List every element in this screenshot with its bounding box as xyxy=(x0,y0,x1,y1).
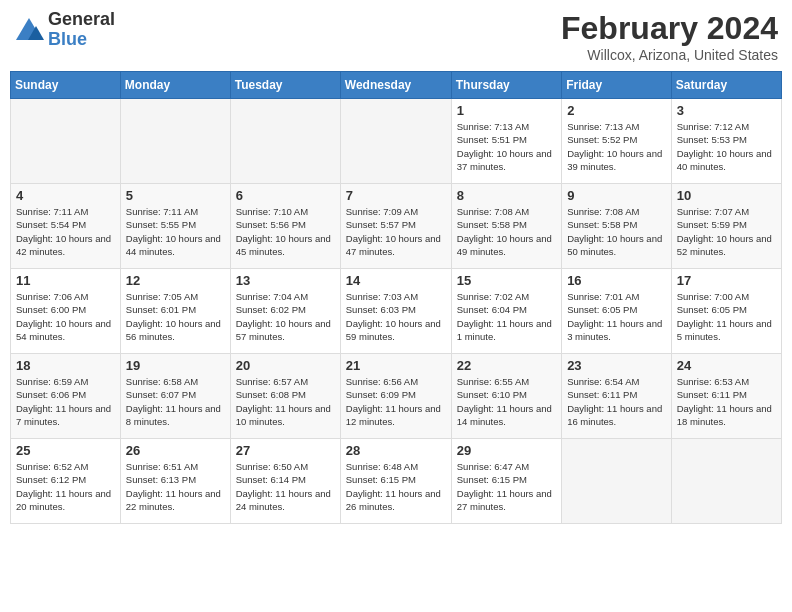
calendar-cell: 13Sunrise: 7:04 AM Sunset: 6:02 PM Dayli… xyxy=(230,269,340,354)
day-info: Sunrise: 7:07 AM Sunset: 5:59 PM Dayligh… xyxy=(677,205,776,258)
day-number: 7 xyxy=(346,188,446,203)
calendar-cell: 16Sunrise: 7:01 AM Sunset: 6:05 PM Dayli… xyxy=(562,269,672,354)
day-number: 4 xyxy=(16,188,115,203)
day-number: 22 xyxy=(457,358,556,373)
day-number: 5 xyxy=(126,188,225,203)
calendar-cell: 4Sunrise: 7:11 AM Sunset: 5:54 PM Daylig… xyxy=(11,184,121,269)
day-number: 29 xyxy=(457,443,556,458)
day-number: 10 xyxy=(677,188,776,203)
day-number: 1 xyxy=(457,103,556,118)
calendar-table: SundayMondayTuesdayWednesdayThursdayFrid… xyxy=(10,71,782,524)
calendar-cell xyxy=(562,439,672,524)
week-row-1: 1Sunrise: 7:13 AM Sunset: 5:51 PM Daylig… xyxy=(11,99,782,184)
calendar-cell: 17Sunrise: 7:00 AM Sunset: 6:05 PM Dayli… xyxy=(671,269,781,354)
calendar-cell: 25Sunrise: 6:52 AM Sunset: 6:12 PM Dayli… xyxy=(11,439,121,524)
calendar-cell: 27Sunrise: 6:50 AM Sunset: 6:14 PM Dayli… xyxy=(230,439,340,524)
day-info: Sunrise: 7:08 AM Sunset: 5:58 PM Dayligh… xyxy=(567,205,666,258)
calendar-cell: 23Sunrise: 6:54 AM Sunset: 6:11 PM Dayli… xyxy=(562,354,672,439)
day-number: 6 xyxy=(236,188,335,203)
day-info: Sunrise: 6:59 AM Sunset: 6:06 PM Dayligh… xyxy=(16,375,115,428)
day-info: Sunrise: 6:55 AM Sunset: 6:10 PM Dayligh… xyxy=(457,375,556,428)
day-info: Sunrise: 6:50 AM Sunset: 6:14 PM Dayligh… xyxy=(236,460,335,513)
calendar-cell: 14Sunrise: 7:03 AM Sunset: 6:03 PM Dayli… xyxy=(340,269,451,354)
day-info: Sunrise: 6:51 AM Sunset: 6:13 PM Dayligh… xyxy=(126,460,225,513)
calendar-cell: 8Sunrise: 7:08 AM Sunset: 5:58 PM Daylig… xyxy=(451,184,561,269)
day-info: Sunrise: 7:03 AM Sunset: 6:03 PM Dayligh… xyxy=(346,290,446,343)
day-info: Sunrise: 7:12 AM Sunset: 5:53 PM Dayligh… xyxy=(677,120,776,173)
week-row-3: 11Sunrise: 7:06 AM Sunset: 6:00 PM Dayli… xyxy=(11,269,782,354)
calendar-cell: 3Sunrise: 7:12 AM Sunset: 5:53 PM Daylig… xyxy=(671,99,781,184)
day-number: 13 xyxy=(236,273,335,288)
calendar-cell: 9Sunrise: 7:08 AM Sunset: 5:58 PM Daylig… xyxy=(562,184,672,269)
calendar-cell: 5Sunrise: 7:11 AM Sunset: 5:55 PM Daylig… xyxy=(120,184,230,269)
day-info: Sunrise: 7:01 AM Sunset: 6:05 PM Dayligh… xyxy=(567,290,666,343)
day-info: Sunrise: 7:11 AM Sunset: 5:55 PM Dayligh… xyxy=(126,205,225,258)
weekday-header-row: SundayMondayTuesdayWednesdayThursdayFrid… xyxy=(11,72,782,99)
weekday-header-tuesday: Tuesday xyxy=(230,72,340,99)
calendar-cell: 19Sunrise: 6:58 AM Sunset: 6:07 PM Dayli… xyxy=(120,354,230,439)
day-info: Sunrise: 7:09 AM Sunset: 5:57 PM Dayligh… xyxy=(346,205,446,258)
day-number: 3 xyxy=(677,103,776,118)
weekday-header-friday: Friday xyxy=(562,72,672,99)
day-info: Sunrise: 7:02 AM Sunset: 6:04 PM Dayligh… xyxy=(457,290,556,343)
week-row-2: 4Sunrise: 7:11 AM Sunset: 5:54 PM Daylig… xyxy=(11,184,782,269)
calendar-cell xyxy=(230,99,340,184)
day-number: 12 xyxy=(126,273,225,288)
day-info: Sunrise: 6:48 AM Sunset: 6:15 PM Dayligh… xyxy=(346,460,446,513)
day-number: 2 xyxy=(567,103,666,118)
day-info: Sunrise: 6:58 AM Sunset: 6:07 PM Dayligh… xyxy=(126,375,225,428)
calendar-cell: 11Sunrise: 7:06 AM Sunset: 6:00 PM Dayli… xyxy=(11,269,121,354)
day-info: Sunrise: 6:57 AM Sunset: 6:08 PM Dayligh… xyxy=(236,375,335,428)
day-number: 19 xyxy=(126,358,225,373)
day-info: Sunrise: 7:10 AM Sunset: 5:56 PM Dayligh… xyxy=(236,205,335,258)
calendar-cell: 2Sunrise: 7:13 AM Sunset: 5:52 PM Daylig… xyxy=(562,99,672,184)
page-header: General Blue February 2024 Willcox, Ariz… xyxy=(10,10,782,63)
day-info: Sunrise: 7:00 AM Sunset: 6:05 PM Dayligh… xyxy=(677,290,776,343)
day-info: Sunrise: 7:06 AM Sunset: 6:00 PM Dayligh… xyxy=(16,290,115,343)
logo-blue-text: Blue xyxy=(48,30,115,50)
day-number: 26 xyxy=(126,443,225,458)
day-number: 27 xyxy=(236,443,335,458)
calendar-cell: 10Sunrise: 7:07 AM Sunset: 5:59 PM Dayli… xyxy=(671,184,781,269)
month-title: February 2024 xyxy=(561,10,778,47)
weekday-header-monday: Monday xyxy=(120,72,230,99)
logo-general-text: General xyxy=(48,10,115,30)
weekday-header-saturday: Saturday xyxy=(671,72,781,99)
day-number: 11 xyxy=(16,273,115,288)
calendar-cell: 28Sunrise: 6:48 AM Sunset: 6:15 PM Dayli… xyxy=(340,439,451,524)
day-number: 25 xyxy=(16,443,115,458)
calendar-cell: 20Sunrise: 6:57 AM Sunset: 6:08 PM Dayli… xyxy=(230,354,340,439)
day-info: Sunrise: 6:56 AM Sunset: 6:09 PM Dayligh… xyxy=(346,375,446,428)
calendar-cell: 18Sunrise: 6:59 AM Sunset: 6:06 PM Dayli… xyxy=(11,354,121,439)
week-row-5: 25Sunrise: 6:52 AM Sunset: 6:12 PM Dayli… xyxy=(11,439,782,524)
calendar-cell xyxy=(340,99,451,184)
calendar-cell: 7Sunrise: 7:09 AM Sunset: 5:57 PM Daylig… xyxy=(340,184,451,269)
calendar-cell xyxy=(11,99,121,184)
calendar-cell xyxy=(120,99,230,184)
day-info: Sunrise: 6:52 AM Sunset: 6:12 PM Dayligh… xyxy=(16,460,115,513)
day-info: Sunrise: 7:11 AM Sunset: 5:54 PM Dayligh… xyxy=(16,205,115,258)
location: Willcox, Arizona, United States xyxy=(561,47,778,63)
logo: General Blue xyxy=(14,10,115,50)
day-number: 18 xyxy=(16,358,115,373)
day-info: Sunrise: 7:05 AM Sunset: 6:01 PM Dayligh… xyxy=(126,290,225,343)
day-info: Sunrise: 6:53 AM Sunset: 6:11 PM Dayligh… xyxy=(677,375,776,428)
weekday-header-sunday: Sunday xyxy=(11,72,121,99)
day-number: 15 xyxy=(457,273,556,288)
calendar-cell xyxy=(671,439,781,524)
day-number: 28 xyxy=(346,443,446,458)
day-info: Sunrise: 7:13 AM Sunset: 5:51 PM Dayligh… xyxy=(457,120,556,173)
day-number: 17 xyxy=(677,273,776,288)
calendar-cell: 22Sunrise: 6:55 AM Sunset: 6:10 PM Dayli… xyxy=(451,354,561,439)
day-number: 9 xyxy=(567,188,666,203)
calendar-cell: 1Sunrise: 7:13 AM Sunset: 5:51 PM Daylig… xyxy=(451,99,561,184)
logo-icon xyxy=(14,16,44,44)
title-block: February 2024 Willcox, Arizona, United S… xyxy=(561,10,778,63)
calendar-cell: 12Sunrise: 7:05 AM Sunset: 6:01 PM Dayli… xyxy=(120,269,230,354)
calendar-cell: 6Sunrise: 7:10 AM Sunset: 5:56 PM Daylig… xyxy=(230,184,340,269)
day-number: 21 xyxy=(346,358,446,373)
calendar-cell: 26Sunrise: 6:51 AM Sunset: 6:13 PM Dayli… xyxy=(120,439,230,524)
day-number: 24 xyxy=(677,358,776,373)
day-number: 23 xyxy=(567,358,666,373)
day-info: Sunrise: 7:08 AM Sunset: 5:58 PM Dayligh… xyxy=(457,205,556,258)
